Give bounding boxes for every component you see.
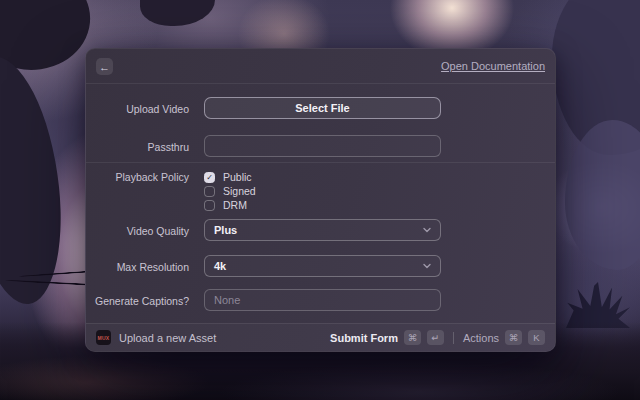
checkbox-unchecked-icon[interactable] xyxy=(204,186,215,197)
passthru-input[interactable] xyxy=(204,135,441,157)
screen: ← Open Documentation Upload Video Select… xyxy=(0,0,640,400)
checkbox-unchecked-icon[interactable] xyxy=(204,200,215,211)
command-key-icon: ⌘ xyxy=(505,330,522,345)
footer-actions: Submit Form ⌘ ↵ Actions ⌘ K xyxy=(330,330,545,345)
mux-logo-icon: MUX xyxy=(96,330,111,345)
chevron-down-icon xyxy=(422,261,432,271)
checkbox-checked-icon[interactable]: ✓ xyxy=(204,172,215,183)
max-resolution-label: Max Resolution xyxy=(86,261,189,273)
dialog-header: ← Open Documentation xyxy=(86,49,555,84)
back-arrow-icon: ← xyxy=(99,61,110,73)
checkbox-label: Public xyxy=(223,171,252,183)
k-key-icon: K xyxy=(528,330,545,345)
dialog-footer: MUX Upload a new Asset Submit Form ⌘ ↵ A… xyxy=(86,323,555,351)
return-key-icon: ↵ xyxy=(427,330,444,345)
passthru-label: Passthru xyxy=(86,141,189,153)
upload-video-label: Upload Video xyxy=(86,103,189,115)
tree-canopy-silhouette xyxy=(140,0,215,26)
dialog-title: Upload a new Asset xyxy=(119,332,216,344)
back-button[interactable]: ← xyxy=(96,58,113,75)
checkbox-row-drm[interactable]: DRM xyxy=(204,198,441,212)
chevron-down-icon xyxy=(422,225,432,235)
select-file-button[interactable]: Select File xyxy=(204,97,441,119)
generate-captions-input[interactable] xyxy=(204,289,441,311)
video-quality-value: Plus xyxy=(214,224,422,236)
checkbox-label: Signed xyxy=(223,185,256,197)
section-divider xyxy=(86,162,555,163)
video-quality-select[interactable]: Plus xyxy=(204,219,441,241)
video-quality-label: Video Quality xyxy=(86,225,189,237)
checkbox-row-public[interactable]: ✓ Public xyxy=(204,170,441,184)
max-resolution-value: 4k xyxy=(214,260,422,272)
footer-separator xyxy=(453,332,454,344)
checkbox-row-signed[interactable]: Signed xyxy=(204,184,441,198)
open-documentation-link[interactable]: Open Documentation xyxy=(441,60,545,72)
playback-policy-label: Playback Policy xyxy=(86,171,189,183)
upload-asset-dialog: ← Open Documentation Upload Video Select… xyxy=(85,48,556,352)
command-key-icon: ⌘ xyxy=(404,330,421,345)
generate-captions-label: Generate Captions? xyxy=(86,295,189,307)
left-tree-silhouette xyxy=(0,51,71,309)
actions-menu-button[interactable]: Actions xyxy=(463,332,499,344)
right-foliage xyxy=(565,120,640,270)
playback-policy-group: ✓ Public Signed DRM xyxy=(204,170,441,212)
max-resolution-select[interactable]: 4k xyxy=(204,255,441,277)
submit-form-button[interactable]: Submit Form xyxy=(330,332,398,344)
checkbox-label: DRM xyxy=(223,199,247,211)
